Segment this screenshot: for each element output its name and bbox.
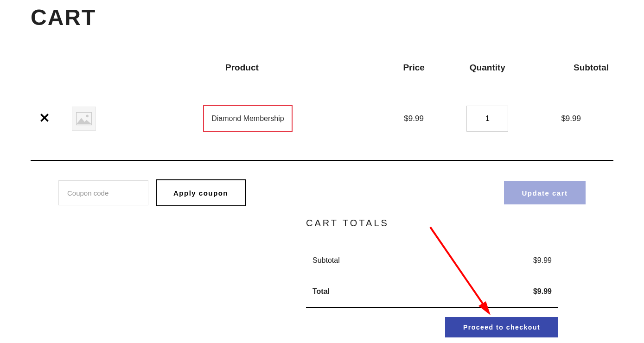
actions-row: Apply coupon Update cart bbox=[31, 161, 613, 225]
header-quantity: Quantity bbox=[441, 53, 533, 91]
product-price: $9.99 bbox=[386, 91, 442, 146]
product-name-link[interactable]: Diamond Membership bbox=[203, 105, 293, 132]
svg-point-1 bbox=[86, 115, 89, 118]
page-title: CART bbox=[31, 5, 613, 30]
header-price: Price bbox=[386, 53, 442, 91]
total-label: Total bbox=[306, 276, 447, 308]
quantity-input[interactable] bbox=[466, 106, 508, 132]
coupon-input[interactable] bbox=[58, 180, 148, 205]
header-subtotal: Subtotal bbox=[533, 53, 613, 91]
total-value: $9.99 bbox=[447, 276, 558, 308]
update-cart-button[interactable]: Update cart bbox=[504, 181, 586, 204]
proceed-to-checkout-button[interactable]: Proceed to checkout bbox=[445, 317, 558, 337]
cart-totals-section: CART TOTALS Subtotal $9.99 Total $9.99 P… bbox=[306, 218, 558, 337]
apply-coupon-button[interactable]: Apply coupon bbox=[156, 179, 246, 206]
close-icon bbox=[40, 114, 49, 122]
cart-table: Product Price Quantity Subtotal bbox=[31, 53, 613, 146]
product-subtotal: $9.99 bbox=[533, 91, 613, 146]
table-row: Diamond Membership $9.99 $9.99 bbox=[31, 91, 613, 146]
subtotal-label: Subtotal bbox=[306, 245, 447, 276]
image-placeholder-icon bbox=[76, 112, 92, 126]
subtotal-value: $9.99 bbox=[447, 245, 558, 276]
product-thumbnail[interactable] bbox=[72, 107, 96, 131]
cart-totals-title: CART TOTALS bbox=[306, 218, 558, 229]
remove-item-button[interactable] bbox=[40, 114, 49, 124]
cart-totals-table: Subtotal $9.99 Total $9.99 bbox=[306, 245, 558, 308]
header-product: Product bbox=[109, 53, 386, 91]
